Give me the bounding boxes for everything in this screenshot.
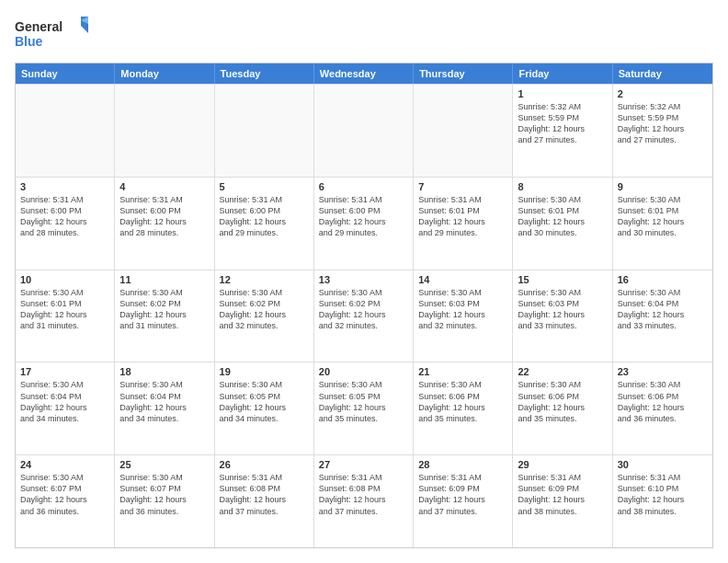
cal-cell: 28Sunrise: 5:31 AM Sunset: 6:09 PM Dayli… xyxy=(414,455,513,547)
cell-info: Sunrise: 5:31 AM Sunset: 6:00 PM Dayligh… xyxy=(119,194,209,239)
cell-info: Sunrise: 5:30 AM Sunset: 6:01 PM Dayligh… xyxy=(618,194,708,239)
cell-info: Sunrise: 5:31 AM Sunset: 6:10 PM Dayligh… xyxy=(618,472,708,517)
cell-info: Sunrise: 5:30 AM Sunset: 6:07 PM Dayligh… xyxy=(20,472,109,517)
cal-cell: 17Sunrise: 5:30 AM Sunset: 6:04 PM Dayli… xyxy=(16,362,115,454)
cell-info: Sunrise: 5:30 AM Sunset: 6:01 PM Dayligh… xyxy=(518,194,607,239)
cal-cell: 20Sunrise: 5:30 AM Sunset: 6:05 PM Dayli… xyxy=(314,362,414,454)
header: General Blue xyxy=(15,15,713,53)
cell-info: Sunrise: 5:30 AM Sunset: 6:06 PM Dayligh… xyxy=(618,379,708,424)
cell-info: Sunrise: 5:32 AM Sunset: 5:59 PM Dayligh… xyxy=(518,101,607,146)
cell-info: Sunrise: 5:31 AM Sunset: 6:08 PM Dayligh… xyxy=(220,472,309,517)
day-number: 29 xyxy=(518,459,607,470)
cal-cell: 9Sunrise: 5:30 AM Sunset: 6:01 PM Daylig… xyxy=(613,178,712,270)
cal-cell: 22Sunrise: 5:30 AM Sunset: 6:06 PM Dayli… xyxy=(513,362,612,454)
cal-cell: 11Sunrise: 5:30 AM Sunset: 6:02 PM Dayli… xyxy=(115,270,214,362)
page: General Blue SundayMondayTuesdayWednesda… xyxy=(0,0,728,563)
cell-info: Sunrise: 5:31 AM Sunset: 6:00 PM Dayligh… xyxy=(20,194,109,239)
day-number: 4 xyxy=(119,181,209,192)
cal-cell xyxy=(16,85,115,177)
cal-cell xyxy=(215,85,314,177)
day-number: 21 xyxy=(418,366,507,377)
day-number: 11 xyxy=(119,274,209,285)
calendar-row-1: 3Sunrise: 5:31 AM Sunset: 6:00 PM Daylig… xyxy=(16,177,712,270)
calendar-row-3: 17Sunrise: 5:30 AM Sunset: 6:04 PM Dayli… xyxy=(16,362,712,454)
calendar-body: 1Sunrise: 5:32 AM Sunset: 5:59 PM Daylig… xyxy=(16,84,712,547)
cal-cell xyxy=(314,85,414,177)
cell-info: Sunrise: 5:30 AM Sunset: 6:06 PM Dayligh… xyxy=(418,379,507,424)
cal-cell: 1Sunrise: 5:32 AM Sunset: 5:59 PM Daylig… xyxy=(513,85,612,177)
cal-cell: 27Sunrise: 5:31 AM Sunset: 6:08 PM Dayli… xyxy=(314,455,414,547)
day-number: 23 xyxy=(618,366,708,377)
logo: General Blue xyxy=(15,15,88,53)
day-number: 15 xyxy=(518,274,607,285)
cell-info: Sunrise: 5:31 AM Sunset: 6:00 PM Dayligh… xyxy=(220,194,309,239)
cal-cell: 21Sunrise: 5:30 AM Sunset: 6:06 PM Dayli… xyxy=(414,362,513,454)
day-number: 26 xyxy=(220,459,309,470)
cal-cell: 15Sunrise: 5:30 AM Sunset: 6:03 PM Dayli… xyxy=(513,270,612,362)
cal-cell xyxy=(115,85,214,177)
cell-info: Sunrise: 5:30 AM Sunset: 6:02 PM Dayligh… xyxy=(319,287,408,332)
day-number: 25 xyxy=(119,459,209,470)
cal-cell: 16Sunrise: 5:30 AM Sunset: 6:04 PM Dayli… xyxy=(613,270,712,362)
day-number: 2 xyxy=(618,88,708,99)
svg-text:General: General xyxy=(15,19,63,34)
cal-cell: 6Sunrise: 5:31 AM Sunset: 6:00 PM Daylig… xyxy=(314,178,414,270)
header-day-saturday: Saturday xyxy=(613,63,712,84)
cell-info: Sunrise: 5:30 AM Sunset: 6:04 PM Dayligh… xyxy=(618,287,708,332)
cell-info: Sunrise: 5:30 AM Sunset: 6:07 PM Dayligh… xyxy=(119,472,209,517)
cal-cell: 8Sunrise: 5:30 AM Sunset: 6:01 PM Daylig… xyxy=(513,178,612,270)
cal-cell: 25Sunrise: 5:30 AM Sunset: 6:07 PM Dayli… xyxy=(115,455,214,547)
day-number: 22 xyxy=(518,366,607,377)
day-number: 12 xyxy=(220,274,309,285)
day-number: 28 xyxy=(418,459,507,470)
cell-info: Sunrise: 5:30 AM Sunset: 6:03 PM Dayligh… xyxy=(518,287,607,332)
day-number: 20 xyxy=(319,366,408,377)
day-number: 27 xyxy=(319,459,408,470)
cell-info: Sunrise: 5:30 AM Sunset: 6:04 PM Dayligh… xyxy=(119,379,209,424)
header-day-friday: Friday xyxy=(513,63,612,84)
cal-cell: 12Sunrise: 5:30 AM Sunset: 6:02 PM Dayli… xyxy=(215,270,314,362)
day-number: 5 xyxy=(220,181,309,192)
logo-icon: General Blue xyxy=(15,15,88,53)
cell-info: Sunrise: 5:30 AM Sunset: 6:01 PM Dayligh… xyxy=(20,287,109,332)
header-day-tuesday: Tuesday xyxy=(215,63,314,84)
cal-cell: 30Sunrise: 5:31 AM Sunset: 6:10 PM Dayli… xyxy=(613,455,712,547)
cal-cell: 29Sunrise: 5:31 AM Sunset: 6:09 PM Dayli… xyxy=(513,455,612,547)
cell-info: Sunrise: 5:30 AM Sunset: 6:02 PM Dayligh… xyxy=(119,287,209,332)
header-day-thursday: Thursday xyxy=(414,63,513,84)
header-day-wednesday: Wednesday xyxy=(314,63,414,84)
svg-text:Blue: Blue xyxy=(15,34,43,49)
cal-cell: 7Sunrise: 5:31 AM Sunset: 6:01 PM Daylig… xyxy=(414,178,513,270)
cal-cell: 23Sunrise: 5:30 AM Sunset: 6:06 PM Dayli… xyxy=(613,362,712,454)
header-day-sunday: Sunday xyxy=(16,63,115,84)
cell-info: Sunrise: 5:30 AM Sunset: 6:02 PM Dayligh… xyxy=(220,287,309,332)
day-number: 17 xyxy=(20,366,109,377)
day-number: 30 xyxy=(618,459,708,470)
cell-info: Sunrise: 5:32 AM Sunset: 5:59 PM Dayligh… xyxy=(618,101,708,146)
day-number: 24 xyxy=(20,459,109,470)
day-number: 14 xyxy=(418,274,507,285)
day-number: 13 xyxy=(319,274,408,285)
calendar: SundayMondayTuesdayWednesdayThursdayFrid… xyxy=(15,63,713,548)
calendar-row-0: 1Sunrise: 5:32 AM Sunset: 5:59 PM Daylig… xyxy=(16,84,712,177)
calendar-row-4: 24Sunrise: 5:30 AM Sunset: 6:07 PM Dayli… xyxy=(16,454,712,547)
cell-info: Sunrise: 5:31 AM Sunset: 6:08 PM Dayligh… xyxy=(319,472,408,517)
cal-cell: 14Sunrise: 5:30 AM Sunset: 6:03 PM Dayli… xyxy=(414,270,513,362)
cell-info: Sunrise: 5:30 AM Sunset: 6:03 PM Dayligh… xyxy=(418,287,507,332)
day-number: 6 xyxy=(319,181,408,192)
day-number: 16 xyxy=(618,274,708,285)
cal-cell xyxy=(414,85,513,177)
cal-cell: 24Sunrise: 5:30 AM Sunset: 6:07 PM Dayli… xyxy=(16,455,115,547)
cal-cell: 13Sunrise: 5:30 AM Sunset: 6:02 PM Dayli… xyxy=(314,270,414,362)
cell-info: Sunrise: 5:31 AM Sunset: 6:09 PM Dayligh… xyxy=(518,472,607,517)
calendar-row-2: 10Sunrise: 5:30 AM Sunset: 6:01 PM Dayli… xyxy=(16,270,712,362)
day-number: 8 xyxy=(518,181,607,192)
cell-info: Sunrise: 5:30 AM Sunset: 6:04 PM Dayligh… xyxy=(20,379,109,424)
calendar-header: SundayMondayTuesdayWednesdayThursdayFrid… xyxy=(16,63,712,84)
cal-cell: 4Sunrise: 5:31 AM Sunset: 6:00 PM Daylig… xyxy=(115,178,214,270)
day-number: 9 xyxy=(618,181,708,192)
cell-info: Sunrise: 5:31 AM Sunset: 6:01 PM Dayligh… xyxy=(418,194,507,239)
day-number: 10 xyxy=(20,274,109,285)
day-number: 19 xyxy=(220,366,309,377)
day-number: 3 xyxy=(20,181,109,192)
